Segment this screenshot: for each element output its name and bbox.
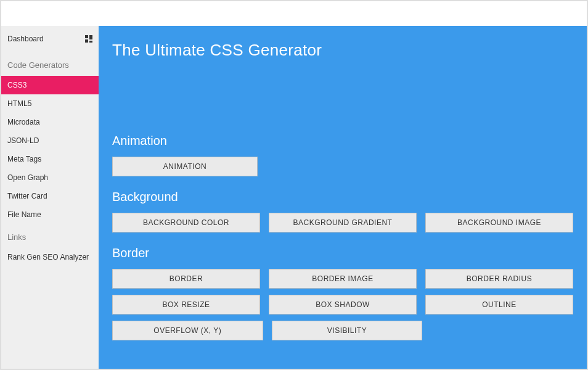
sidebar-item-twitter-card[interactable]: Twitter Card	[1, 187, 99, 205]
sidebar-item-css3[interactable]: CSS3	[1, 76, 99, 94]
box-resize-button[interactable]: BOX RESIZE	[112, 295, 260, 314]
box-shadow-button[interactable]: BOX SHADOW	[269, 295, 417, 314]
sidebar-item-label: Microdata	[7, 118, 40, 126]
sidebar-item-json-ld[interactable]: JSON-LD	[1, 131, 99, 150]
main-content: The Ultimate CSS Generator Animation ANI…	[99, 26, 587, 369]
visibility-button[interactable]: VISIBILITY	[272, 321, 423, 340]
border-image-button[interactable]: BORDER IMAGE	[269, 269, 417, 289]
sidebar-section-heading-code-generators: Code Generators	[1, 52, 99, 76]
sidebar-item-file-name[interactable]: File Name	[1, 205, 99, 224]
overflow-button[interactable]: OVERFLOW (X, Y)	[112, 321, 263, 340]
dashboard-icon	[85, 35, 92, 43]
section-background: Background BACKGROUND COLOR BACKGROUND G…	[112, 190, 573, 232]
sidebar-item-label: Meta Tags	[7, 155, 41, 163]
outline-button[interactable]: OUTLINE	[425, 295, 573, 314]
sidebar-item-html5[interactable]: HTML5	[1, 94, 99, 113]
sidebar-item-label: Twitter Card	[7, 192, 47, 200]
button-row: BOX RESIZE BOX SHADOW OUTLINE	[112, 295, 573, 314]
button-row: BACKGROUND COLOR BACKGROUND GRADIENT BAC…	[112, 213, 573, 232]
sidebar-item-label: Open Graph	[7, 173, 48, 182]
button-row: BORDER BORDER IMAGE BORDER RADIUS	[112, 269, 573, 289]
sidebar-item-label: CSS3	[7, 81, 27, 89]
section-heading: Border	[112, 246, 573, 260]
sidebar-item-meta-tags[interactable]: Meta Tags	[1, 150, 99, 168]
section-heading: Background	[112, 190, 573, 204]
sidebar: Dashboard Code Generators CSS3 HTML5 Mic…	[1, 26, 99, 369]
layout: Dashboard Code Generators CSS3 HTML5 Mic…	[1, 26, 587, 369]
border-button[interactable]: BORDER	[112, 269, 260, 289]
section-heading: Animation	[112, 134, 573, 148]
sidebar-item-label: File Name	[7, 210, 41, 219]
sidebar-item-open-graph[interactable]: Open Graph	[1, 168, 99, 187]
background-color-button[interactable]: BACKGROUND COLOR	[112, 213, 260, 232]
sidebar-item-label: JSON-LD	[7, 136, 39, 145]
sidebar-item-label: HTML5	[7, 99, 31, 108]
topbar	[1, 1, 587, 26]
page-title: The Ultimate CSS Generator	[112, 41, 573, 60]
sidebar-section-heading-links: Links	[1, 224, 99, 248]
sidebar-item-label: Rank Gen SEO Analyzer	[7, 253, 89, 261]
background-image-button[interactable]: BACKGROUND IMAGE	[425, 213, 573, 232]
button-row: OVERFLOW (X, Y) VISIBILITY	[112, 321, 573, 340]
section-border: Border BORDER BORDER IMAGE BORDER RADIUS…	[112, 246, 573, 340]
sidebar-item-microdata[interactable]: Microdata	[1, 113, 99, 131]
button-row: ANIMATION	[112, 157, 573, 176]
animation-button[interactable]: ANIMATION	[112, 157, 258, 176]
border-radius-button[interactable]: BORDER RADIUS	[425, 269, 573, 289]
spacer	[431, 321, 573, 340]
sidebar-item-dashboard[interactable]: Dashboard	[1, 26, 99, 52]
sidebar-item-rank-gen-seo-analyzer[interactable]: Rank Gen SEO Analyzer	[1, 248, 99, 266]
background-gradient-button[interactable]: BACKGROUND GRADIENT	[269, 213, 417, 232]
sidebar-item-label: Dashboard	[7, 35, 44, 43]
section-animation: Animation ANIMATION	[112, 134, 573, 176]
